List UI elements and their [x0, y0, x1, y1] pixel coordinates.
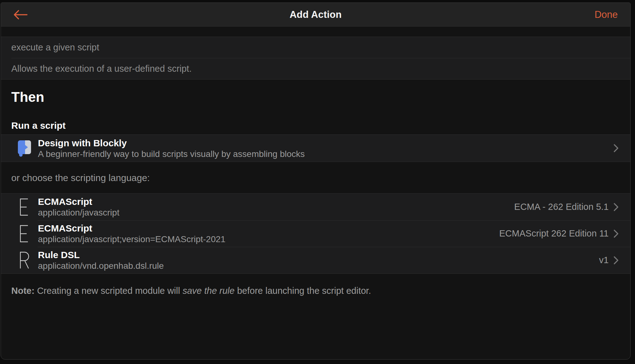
search-result-list: execute a given script Allows the execut…: [1, 37, 630, 80]
language-text: Rule DSL application/vnd.openhab.dsl.rul…: [38, 249, 599, 271]
chevron-right-icon: [613, 202, 619, 212]
language-text: ECMAScript application/javascript;versio…: [38, 222, 499, 245]
section-title: Then: [11, 89, 620, 105]
chevron-right-icon: [613, 255, 619, 265]
version-label: ECMA - 262 Edition 5.1: [514, 202, 609, 212]
language-title: Rule DSL: [38, 249, 599, 261]
blockly-item[interactable]: Design with Blockly A beginner-friendly …: [1, 135, 630, 162]
chevron-right-icon: [613, 143, 619, 153]
back-button[interactable]: [13, 9, 28, 20]
blockly-icon: [17, 140, 32, 157]
search-input[interactable]: execute a given script: [1, 37, 630, 58]
language-version: v1: [599, 255, 619, 265]
chevron-right-icon: [613, 229, 619, 239]
language-item-rule-dsl[interactable]: Rule DSL application/vnd.openhab.dsl.rul…: [1, 247, 630, 273]
note-label: Note:: [11, 286, 34, 296]
note: Note: Creating a new scripted module wil…: [1, 274, 630, 297]
version-label: ECMAScript 262 Edition 11: [499, 228, 609, 239]
letter-e-icon: [17, 198, 32, 216]
language-version: ECMAScript 262 Edition 11: [499, 228, 619, 239]
version-label: v1: [599, 255, 609, 265]
language-text: ECMAScript application/javascript: [38, 196, 514, 218]
back-arrow-icon: [13, 9, 28, 20]
letter-e-icon: [17, 225, 32, 243]
language-list: ECMAScript application/javascript ECMA -…: [1, 193, 630, 274]
choose-language-label: or choose the scripting language:: [1, 162, 630, 193]
note-text-2: before launching the script editor.: [234, 286, 371, 296]
page-title: Add Action: [290, 9, 342, 20]
language-item-ecmascript-51[interactable]: ECMAScript application/javascript ECMA -…: [1, 194, 630, 220]
language-mime: application/javascript;version=ECMAScrip…: [38, 234, 499, 245]
action-description: Allows the execution of a user-defined s…: [1, 58, 630, 79]
add-action-dialog: Add Action Done execute a given script A…: [1, 3, 631, 360]
spacer: [1, 27, 630, 37]
note-italic-text: save the rule: [182, 286, 234, 296]
block-title: Run a script: [11, 120, 620, 131]
blockly-list: Design with Blockly A beginner-friendly …: [1, 134, 630, 162]
navbar: Add Action Done: [1, 3, 630, 27]
blockly-text: Design with Blockly A beginner-friendly …: [38, 137, 613, 159]
language-title: ECMAScript: [38, 196, 514, 207]
blockly-after: [613, 143, 619, 153]
then-section: Then Run a script: [1, 80, 630, 134]
language-title: ECMAScript: [38, 222, 499, 234]
language-item-ecmascript-2021[interactable]: ECMAScript application/javascript;versio…: [1, 220, 630, 247]
blockly-subtitle: A beginner-friendly way to build scripts…: [38, 149, 613, 159]
note-text-1: Creating a new scripted module will: [34, 286, 182, 296]
blockly-title: Design with Blockly: [38, 137, 613, 149]
language-version: ECMA - 262 Edition 5.1: [514, 202, 619, 212]
letter-r-icon: [17, 251, 32, 269]
done-button[interactable]: Done: [595, 9, 618, 20]
language-mime: application/javascript: [38, 207, 514, 218]
language-mime: application/vnd.openhab.dsl.rule: [38, 261, 599, 271]
